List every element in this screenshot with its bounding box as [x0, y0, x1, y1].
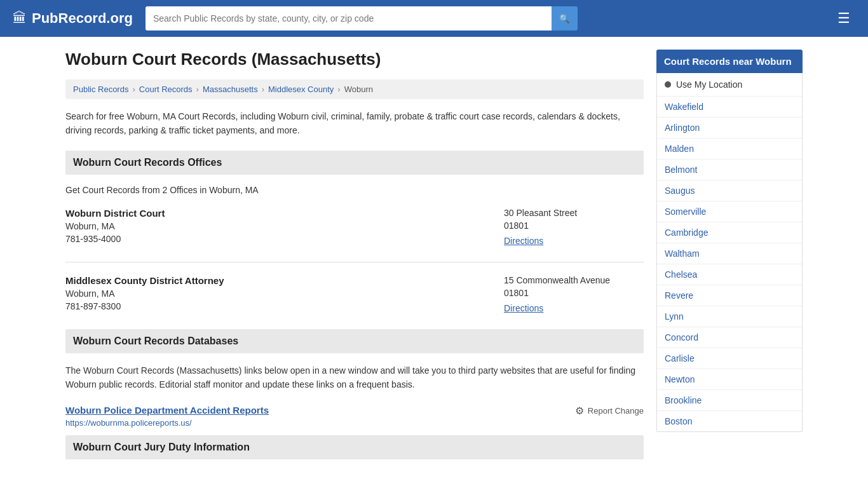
office-zip-1: 01801 [504, 220, 644, 231]
sidebar-list: Use My Location WakefieldArlingtonMalden… [656, 73, 803, 432]
office-address-2: 15 Commonwealth Avenue [504, 275, 644, 285]
use-location-label: Use My Location [676, 79, 742, 90]
office-left-1: Woburn District Court Woburn, MA 781-935… [65, 208, 491, 247]
sidebar: Court Records near Woburn Use My Locatio… [656, 50, 803, 470]
sidebar-item-city-14[interactable]: Brookline [657, 390, 802, 411]
office-name-1: Woburn District Court [65, 208, 491, 219]
breadcrumb-sep-3: › [262, 85, 264, 94]
breadcrumb-sep-4: › [337, 85, 340, 94]
db-entry-1: Woburn Police Department Accident Report… [65, 405, 644, 428]
office-divider [65, 262, 644, 262]
databases-description: The Woburn Court Records (Massachusetts)… [65, 363, 644, 392]
office-entry-2: Middlesex County District Attorney Wobur… [65, 275, 644, 314]
sidebar-title: Court Records near Woburn [656, 50, 803, 73]
sidebar-item-city-7[interactable]: Waltham [657, 243, 802, 264]
sidebar-item-city-4[interactable]: Saugus [657, 180, 802, 201]
logo-icon: 🏛 [13, 10, 27, 27]
breadcrumb-sep-1: › [132, 85, 135, 94]
page-description: Search for free Woburn, MA Court Records… [65, 109, 644, 138]
office-name-2: Middlesex County District Attorney [65, 275, 491, 286]
office-city-2: Woburn, MA [65, 288, 491, 299]
sidebar-item-city-13[interactable]: Newton [657, 369, 802, 390]
db-title-link-1[interactable]: Woburn Police Department Accident Report… [65, 405, 269, 416]
sidebar-item-city-11[interactable]: Concord [657, 327, 802, 348]
search-icon: 🔍 [559, 14, 570, 24]
sidebar-item-city-0[interactable]: Wakefield [657, 97, 802, 118]
search-button[interactable]: 🔍 [552, 6, 578, 30]
jury-section-header: Woburn Court Jury Duty Information [65, 435, 644, 459]
office-directions-link-2[interactable]: Directions [504, 303, 543, 313]
office-entry-1: Woburn District Court Woburn, MA 781-935… [65, 208, 644, 247]
db-url-1: https://woburnma.policereports.us/ [65, 418, 575, 428]
db-link-area-1: Woburn Police Department Accident Report… [65, 405, 575, 428]
breadcrumb-public-records[interactable]: Public Records [73, 85, 128, 94]
report-change-label-1: Report Change [588, 406, 644, 416]
offices-count: Get Court Records from 2 Offices in Wobu… [65, 185, 644, 195]
hamburger-menu-button[interactable]: ☰ [832, 8, 855, 29]
sidebar-item-city-1[interactable]: Arlington [657, 118, 802, 139]
office-right-1: 30 Pleasant Street 01801 Directions [504, 208, 644, 247]
breadcrumb: Public Records › Court Records › Massach… [65, 79, 644, 99]
breadcrumb-sep-2: › [196, 85, 199, 94]
sidebar-item-city-9[interactable]: Revere [657, 285, 802, 306]
databases-section-header: Woburn Court Records Databases [65, 329, 644, 353]
sidebar-item-city-8[interactable]: Chelsea [657, 264, 802, 285]
office-zip-2: 01801 [504, 288, 644, 298]
breadcrumb-woburn: Woburn [344, 85, 373, 94]
content-area: Woburn Court Records (Massachusetts) Pub… [65, 50, 644, 470]
site-header: 🏛 PubRecord.org 🔍 ☰ [0, 0, 868, 37]
search-input[interactable] [146, 6, 552, 30]
office-phone-1: 781-935-4000 [65, 234, 491, 244]
sidebar-item-city-12[interactable]: Carlisle [657, 348, 802, 369]
sidebar-item-city-3[interactable]: Belmont [657, 159, 802, 180]
sidebar-item-city-2[interactable]: Malden [657, 139, 802, 159]
office-city-1: Woburn, MA [65, 221, 491, 231]
logo-text: PubRecord.org [32, 10, 133, 27]
sidebar-item-city-10[interactable]: Lynn [657, 306, 802, 327]
main-container: Woburn Court Records (Massachusetts) Pub… [53, 37, 815, 482]
office-address-1: 30 Pleasant Street [504, 208, 644, 218]
breadcrumb-court-records[interactable]: Court Records [139, 85, 193, 94]
page-title: Woburn Court Records (Massachusetts) [65, 50, 644, 69]
report-change-button-1[interactable]: ⚙ Report Change [575, 405, 644, 417]
office-directions-link-1[interactable]: Directions [504, 236, 543, 246]
report-change-icon: ⚙ [575, 405, 584, 417]
office-phone-2: 781-897-8300 [65, 301, 491, 311]
breadcrumb-middlesex[interactable]: Middlesex County [268, 85, 334, 94]
breadcrumb-massachusetts[interactable]: Massachusetts [203, 85, 258, 94]
office-left-2: Middlesex County District Attorney Wobur… [65, 275, 491, 314]
sidebar-item-city-5[interactable]: Somerville [657, 201, 802, 222]
site-logo[interactable]: 🏛 PubRecord.org [13, 10, 133, 27]
use-my-location-button[interactable]: Use My Location [657, 73, 802, 97]
sidebar-item-city-15[interactable]: Boston [657, 411, 802, 431]
sidebar-item-city-6[interactable]: Cambridge [657, 222, 802, 243]
hamburger-icon: ☰ [837, 10, 850, 26]
offices-section-header: Woburn Court Records Offices [65, 151, 644, 175]
office-right-2: 15 Commonwealth Avenue 01801 Directions [504, 275, 644, 314]
location-pin-icon [665, 81, 671, 88]
search-area: 🔍 [146, 6, 578, 30]
